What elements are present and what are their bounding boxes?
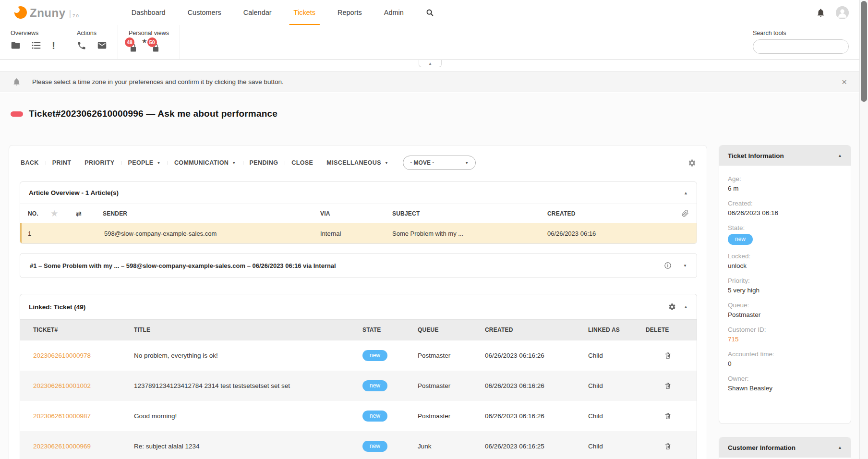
notifications-bell-icon[interactable] (816, 8, 825, 17)
miscellaneous-dropdown[interactable]: MISCELLANEOUS▼ (320, 159, 395, 166)
field-value-locked: unlock (728, 262, 842, 269)
article-detail-summary: #1 – Some Problem with my ... – 598@slow… (30, 262, 336, 269)
nav-calendar[interactable]: Calendar (243, 0, 272, 25)
znuny-logo-icon (14, 6, 27, 19)
ticket-information-panel: Ticket Information ▲ Age:6 m Created:06/… (719, 145, 851, 424)
nav-dashboard[interactable]: Dashboard (132, 0, 166, 25)
linked-created: 06/26/2023 06:16:26 (485, 352, 588, 359)
linked-queue: Postmaster (418, 382, 485, 389)
expand-article-icon[interactable]: ▼ (683, 264, 687, 268)
col-subject[interactable]: SUBJECT (392, 210, 547, 217)
locked-tickets-icon[interactable]: 48 (129, 38, 138, 52)
communication-dropdown[interactable]: COMMUNICATION▼ (168, 159, 243, 166)
delete-link-trash-icon[interactable] (664, 351, 672, 360)
navbar-right (816, 6, 849, 19)
scrollbar-thumb[interactable] (861, 1, 867, 102)
linked-as: Child (588, 382, 646, 389)
article-info-icon[interactable] (664, 262, 672, 269)
new-phone-ticket-icon[interactable] (77, 41, 86, 50)
notice-close-icon[interactable]: × (842, 77, 847, 86)
escalation-view-icon[interactable]: ! (52, 41, 55, 50)
znuny-logo[interactable]: Znuny | 7.0 (14, 6, 79, 19)
watched-tickets-icon[interactable]: 50 (151, 38, 160, 52)
ticket-number-link[interactable]: 2023062610000969 (33, 443, 134, 450)
page-scrollbar[interactable] (859, 0, 868, 459)
col-sender[interactable]: SENDER (103, 210, 320, 217)
linked-tickets-title: Linked: Ticket (49) (29, 303, 85, 311)
linked-settings-gear-icon[interactable] (668, 303, 676, 311)
nav-customers[interactable]: Customers (188, 0, 221, 25)
status-view-list-icon[interactable] (31, 40, 41, 50)
linked-queue: Junk (418, 443, 485, 450)
linked-tickets-widget: Linked: Ticket (49) ▲ TICKET# TITLE STAT… (20, 294, 697, 459)
article-table-header: NO. ★ ⇄ SENDER VIA SUBJECT CREATED (20, 204, 697, 223)
article-overview-title: Article Overview - 1 Article(s) (29, 189, 119, 196)
col-ticket[interactable]: TICKET# (33, 326, 134, 333)
ticket-number-link[interactable]: 2023062610001002 (33, 382, 134, 389)
user-avatar[interactable] (836, 6, 849, 19)
state-badge: new (362, 380, 387, 391)
search-tools-input[interactable] (761, 43, 845, 50)
collapse-up-icon: ▲ (428, 61, 432, 66)
collapse-widget-icon[interactable]: ▲ (684, 191, 688, 195)
move-queue-select[interactable]: - MOVE -▼ (403, 156, 476, 170)
article-sender: 598@slow-company-example-sales.com (104, 230, 320, 237)
pending-button[interactable]: PENDING (243, 159, 285, 166)
linked-title: Re: subject alalal 1234 (134, 443, 362, 450)
people-dropdown[interactable]: PEOPLE▼ (121, 159, 167, 166)
global-search-icon[interactable] (426, 9, 434, 17)
field-value-age: 6 m (728, 185, 842, 192)
article-via: Internal (320, 230, 392, 237)
col-via[interactable]: VIA (320, 210, 392, 217)
state-badge: new (362, 411, 387, 422)
toolbar-collapse-tab[interactable]: ▲ (419, 60, 442, 67)
ticket-action-menu: BACK PRINT PRIORITY PEOPLE▼ COMMUNICATIO… (20, 155, 696, 170)
star-column-icon[interactable]: ★ (51, 209, 76, 218)
collapse-panel-icon[interactable]: ▲ (838, 445, 842, 450)
customer-id-link[interactable]: 715 (728, 336, 842, 343)
back-button[interactable]: BACK (20, 159, 46, 166)
nav-admin[interactable]: Admin (384, 0, 404, 25)
priority-button[interactable]: PRIORITY (78, 159, 121, 166)
watched-star-icon: ★ (142, 37, 147, 45)
article-created: 06/26/2023 06:16 (547, 230, 673, 237)
col-created[interactable]: CREATED (485, 326, 588, 333)
brand-version: 7.0 (72, 13, 79, 19)
delete-link-trash-icon[interactable] (664, 382, 672, 390)
customer-information-header[interactable]: Customer Information ▲ (719, 437, 851, 458)
actions-label: Actions (77, 30, 107, 36)
notice-text: Please select a time zone in your prefer… (32, 78, 284, 85)
chevron-down-icon: ▼ (157, 161, 161, 165)
ticket-information-header[interactable]: Ticket Information ▲ (719, 145, 851, 166)
search-tools-box[interactable] (753, 39, 849, 54)
close-ticket-button[interactable]: CLOSE (285, 159, 320, 166)
attachment-paperclip-icon (682, 210, 689, 217)
linked-table-header: TICKET# TITLE STATE QUEUE CREATED LINKED… (20, 319, 697, 340)
nav-tickets[interactable]: Tickets (294, 0, 315, 25)
nav-reports[interactable]: Reports (338, 0, 362, 25)
article-row[interactable]: 1 598@slow-company-example-sales.com Int… (20, 223, 697, 243)
col-created[interactable]: CREATED (547, 210, 673, 217)
delete-link-trash-icon[interactable] (664, 412, 672, 420)
search-tools-label: Search tools (753, 30, 849, 36)
sort-arrows-icon[interactable]: ⇄ (76, 210, 103, 217)
article-detail-bar[interactable]: #1 – Some Problem with my ... – 598@slow… (20, 253, 697, 278)
ticket-number-link[interactable]: 2023062610000978 (33, 352, 134, 359)
linked-as: Child (588, 352, 646, 359)
new-email-ticket-icon[interactable] (97, 40, 107, 50)
col-no[interactable]: NO. (28, 210, 51, 217)
page-title: Ticket#2023062610000996 — Ask me about p… (29, 109, 277, 119)
linked-title: No problem, everything is ok! (134, 352, 362, 359)
col-state[interactable]: STATE (362, 326, 418, 333)
col-linked-as[interactable]: LINKED AS (588, 326, 646, 333)
print-button[interactable]: PRINT (46, 159, 78, 166)
settings-gear-icon[interactable] (688, 159, 696, 167)
toolbar-group-actions: Actions (66, 25, 118, 59)
queue-view-folder-icon[interactable] (11, 40, 21, 50)
col-title[interactable]: TITLE (134, 326, 362, 333)
ticket-number-link[interactable]: 2023062610000987 (33, 412, 134, 420)
col-queue[interactable]: QUEUE (418, 326, 485, 333)
delete-link-trash-icon[interactable] (664, 442, 672, 450)
collapse-panel-icon[interactable]: ▲ (838, 153, 842, 158)
collapse-widget-icon[interactable]: ▲ (684, 304, 688, 309)
